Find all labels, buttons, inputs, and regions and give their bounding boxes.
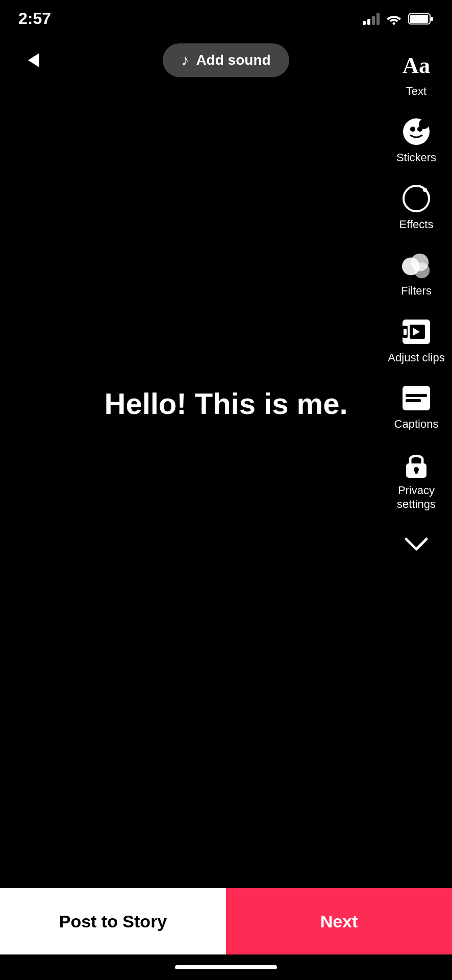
adjust-clips-icon bbox=[401, 316, 432, 347]
home-bar bbox=[175, 965, 277, 969]
text-icon: Aa bbox=[401, 50, 432, 81]
svg-rect-19 bbox=[404, 329, 407, 335]
filters-icon bbox=[401, 250, 432, 280]
tool-more[interactable] bbox=[386, 520, 447, 569]
svg-point-14 bbox=[414, 262, 430, 278]
svg-rect-21 bbox=[406, 394, 427, 397]
bottom-buttons: Post to Story Next bbox=[0, 888, 452, 954]
tool-stickers[interactable]: Stickers bbox=[386, 107, 447, 174]
svg-point-11 bbox=[423, 188, 427, 192]
tool-privacy-settings[interactable]: Privacy settings bbox=[386, 440, 447, 520]
battery-icon bbox=[408, 12, 434, 26]
signal-icon bbox=[363, 13, 380, 25]
svg-rect-20 bbox=[403, 386, 430, 410]
tool-text-label: Text bbox=[406, 85, 426, 98]
effects-icon bbox=[401, 183, 432, 214]
svg-rect-25 bbox=[415, 470, 418, 474]
tool-privacy-settings-label: Privacy settings bbox=[386, 484, 447, 511]
tool-text[interactable]: Aa Text bbox=[386, 41, 447, 107]
status-time: 2:57 bbox=[18, 9, 51, 28]
tool-captions-label: Captions bbox=[394, 418, 439, 431]
tool-stickers-label: Stickers bbox=[396, 151, 436, 164]
wifi-icon bbox=[386, 13, 402, 25]
status-bar: 2:57 bbox=[0, 0, 452, 33]
tool-filters[interactable]: Filters bbox=[386, 240, 447, 307]
post-story-button[interactable]: Post to Story bbox=[0, 888, 226, 954]
stickers-icon bbox=[401, 116, 432, 147]
video-text-overlay: Hello! This is me. bbox=[105, 386, 348, 421]
tool-filters-label: Filters bbox=[401, 284, 432, 298]
tool-adjust-clips-label: Adjust clips bbox=[388, 351, 444, 364]
svg-line-9 bbox=[428, 118, 430, 120]
video-area: Hello! This is me. Aa Text bbox=[0, 41, 452, 888]
next-button[interactable]: Next bbox=[226, 888, 452, 954]
chevron-down-icon bbox=[401, 529, 432, 560]
tool-effects[interactable]: Effects bbox=[386, 174, 447, 240]
svg-rect-2 bbox=[410, 15, 428, 23]
home-indicator bbox=[0, 954, 452, 980]
bottom-bar: Post to Story Next bbox=[0, 888, 452, 980]
status-icons bbox=[363, 12, 434, 26]
tool-adjust-clips[interactable]: Adjust clips bbox=[386, 307, 447, 374]
svg-rect-22 bbox=[406, 399, 421, 402]
svg-point-5 bbox=[410, 127, 415, 132]
captions-icon bbox=[401, 383, 432, 413]
tool-captions[interactable]: Captions bbox=[386, 374, 447, 440]
main-container: 2:57 bbox=[0, 0, 452, 980]
right-sidebar: Aa Text Stickers bbox=[381, 41, 452, 569]
svg-point-0 bbox=[393, 22, 395, 24]
tool-effects-label: Effects bbox=[399, 218, 434, 231]
svg-rect-3 bbox=[431, 17, 433, 21]
privacy-icon bbox=[401, 449, 432, 480]
